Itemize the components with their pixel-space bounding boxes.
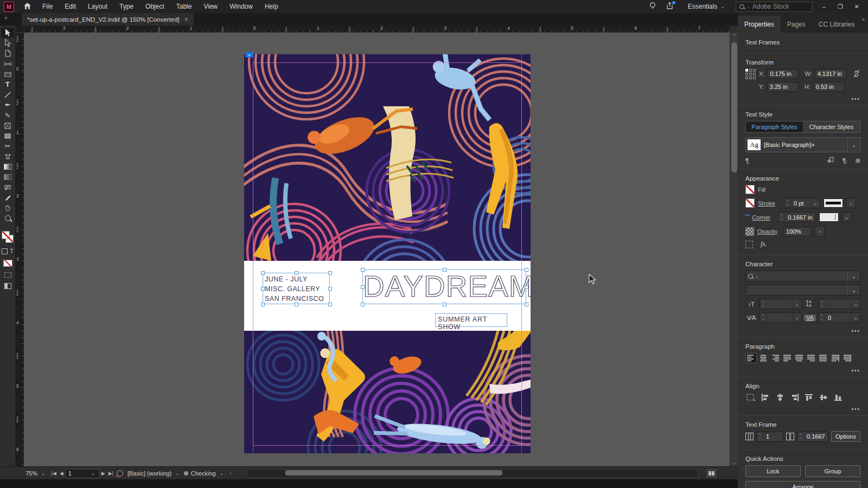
align-right-icon[interactable] — [770, 354, 781, 363]
h-input[interactable]: 0.53 in — [813, 82, 845, 92]
align-left-edges-icon[interactable] — [760, 393, 770, 402]
stroke-weight-stepper[interactable]: ⌃⌄ 0 pt ⌄ — [784, 198, 820, 208]
panel-tabs-overflow-icon[interactable]: » — [861, 16, 865, 22]
arrange-button[interactable]: Arrange — [745, 481, 860, 488]
last-page-button[interactable]: ▶| — [107, 471, 115, 476]
gutter-stepper[interactable]: ⌃⌄ 0.1667 — [797, 432, 828, 442]
selection-handle[interactable] — [361, 303, 365, 306]
selection-handle[interactable] — [295, 271, 298, 275]
group-button[interactable]: Group — [805, 465, 860, 477]
stroke-label[interactable]: Stroke — [758, 200, 781, 207]
preflight-profile-select[interactable]: [Basic] (working) ⌄ — [125, 470, 184, 477]
page-tool-icon[interactable] — [1, 48, 14, 59]
paragraph-style-select[interactable]: Ag [Basic Paragraph]+ ⌄ — [745, 137, 860, 152]
font-family-select[interactable]: ⌄ ⌄ — [745, 271, 860, 281]
tab-paragraph-styles[interactable]: Paragraph Styles — [746, 121, 803, 132]
menu-view[interactable]: View — [197, 1, 224, 12]
previous-page-button[interactable]: ◀ — [58, 471, 65, 476]
justify-last-right-icon[interactable] — [806, 354, 816, 363]
formatting-affects-container-icon[interactable] — [2, 248, 8, 254]
vertical-scrollbar[interactable]: ⌃ ⌄ — [730, 33, 738, 466]
vertical-ruler[interactable]: 120121122123124125126 — [15, 33, 24, 466]
corner-radius-stepper[interactable]: ⌃⌄ 0.1667 in — [778, 212, 815, 222]
document-tab[interactable]: *set-up-a-postcard_END_V2.indd @ 150% [C… — [22, 13, 194, 25]
menu-layout[interactable]: Layout — [82, 1, 113, 12]
type-tool-icon[interactable]: T — [1, 79, 14, 89]
align-away-from-spine-icon[interactable] — [842, 354, 852, 363]
text-frame-venue[interactable]: JUNE - JULY MISC. GALLERY SAN FRANCISCO — [263, 273, 330, 304]
justify-last-left-icon[interactable] — [782, 354, 793, 363]
align-left-icon[interactable] — [745, 353, 757, 363]
scroll-down-icon[interactable]: ⌄ — [730, 460, 738, 465]
tracking-stepper[interactable]: ⌃⌄ 0 ⌄ — [818, 312, 860, 323]
text-frame-title[interactable]: DAYDREAM — [362, 269, 526, 304]
align-right-edges-icon[interactable] — [789, 393, 800, 402]
eyedropper-tool-icon[interactable] — [1, 192, 14, 203]
stroke-style-swatch[interactable] — [824, 198, 843, 208]
tab-character-styles[interactable]: Character Styles — [803, 121, 860, 132]
zoom-tool-icon[interactable] — [1, 213, 14, 223]
selection-handle[interactable] — [443, 303, 446, 306]
create-style-icon[interactable]: ⊞ — [856, 157, 860, 164]
transform-more-options[interactable]: ••• — [738, 95, 868, 104]
selection-handle[interactable] — [261, 271, 265, 275]
zoom-level-select[interactable]: 75% ⌄ — [23, 470, 50, 477]
selection-handle[interactable] — [328, 287, 332, 291]
scroll-up-icon[interactable]: ⌃ — [730, 34, 738, 39]
selection-handle[interactable] — [525, 268, 528, 272]
tab-close-icon[interactable]: × — [184, 16, 188, 23]
menu-table[interactable]: Table — [170, 1, 198, 12]
horizontal-scrollbar[interactable] — [247, 469, 698, 478]
paragraph-more-options[interactable]: ••• — [738, 367, 868, 376]
lightbulb-icon[interactable] — [646, 2, 660, 11]
fill-stroke-swatches[interactable] — [2, 231, 14, 243]
cell-styles-icon[interactable] — [4, 272, 11, 278]
align-top-edges-icon[interactable] — [804, 393, 814, 402]
menu-type[interactable]: Type — [113, 1, 139, 12]
app-logo[interactable]: Id — [4, 2, 14, 12]
free-transform-tool-icon[interactable] — [1, 151, 14, 162]
selection-handle[interactable] — [261, 287, 265, 291]
gradient-swatch-tool-icon[interactable] — [1, 162, 14, 172]
selection-handle[interactable] — [328, 303, 332, 306]
text-frame-options-button[interactable]: Options — [831, 431, 860, 442]
stroke-swatch[interactable] — [745, 198, 755, 208]
hand-tool-icon[interactable] — [1, 203, 14, 213]
font-style-select[interactable]: ⌄ — [745, 285, 860, 296]
align-horizontal-centers-icon[interactable] — [775, 393, 785, 402]
formatting-affects-text-icon[interactable]: T — [10, 248, 13, 254]
opacity-options-icon[interactable]: › — [815, 226, 825, 236]
panel-tab-properties[interactable]: Properties — [738, 16, 781, 33]
share-icon[interactable] — [663, 2, 677, 11]
workspace-switcher[interactable]: Essentials ⌄ — [680, 3, 732, 10]
reference-point-grid[interactable] — [745, 69, 756, 79]
fill-none-swatch[interactable] — [2, 231, 10, 239]
fill-swatch[interactable] — [745, 185, 755, 194]
selection-handle[interactable] — [261, 303, 265, 306]
postcard-page[interactable]: ∞ JUNE - JULY MISC. GALLERY SAN FRANCISC… — [244, 54, 531, 453]
leading-stepper[interactable]: ⌃⌄⌄ — [818, 299, 860, 309]
pasteboard[interactable]: ∞ JUNE - JULY MISC. GALLERY SAN FRANCISC… — [24, 33, 730, 466]
constrain-proportions-icon[interactable] — [853, 69, 860, 80]
panel-tab-cc-libraries[interactable]: CC Libraries — [812, 16, 861, 33]
justify-last-center-icon[interactable] — [794, 354, 805, 363]
character-more-options[interactable]: ••• — [738, 327, 868, 336]
x-input[interactable]: 0.175 in — [767, 69, 799, 79]
selection-handle[interactable] — [328, 271, 332, 275]
panel-overflow-icon[interactable]: » — [4, 15, 8, 21]
menu-window[interactable]: Window — [224, 1, 259, 12]
close-button[interactable]: ✕ — [848, 0, 865, 13]
align-bottom-edges-icon[interactable] — [833, 393, 844, 402]
selection-handle[interactable] — [361, 285, 365, 289]
paragraph-mark-icon[interactable]: ¶. — [745, 157, 750, 165]
menu-help[interactable]: Help — [259, 1, 284, 12]
restore-button[interactable]: ❐ — [832, 0, 848, 13]
stock-search-input[interactable]: ⌄ Adobe Stock — [736, 2, 813, 12]
spread-view-button[interactable] — [707, 470, 716, 477]
frame-tool-icon[interactable] — [1, 120, 14, 131]
line-tool-icon[interactable] — [1, 89, 14, 100]
align-to-selection-icon[interactable] — [745, 393, 756, 402]
selection-handle[interactable] — [525, 285, 528, 289]
first-page-button[interactable]: |◀ — [50, 471, 58, 476]
ruler-origin-corner[interactable] — [15, 25, 24, 33]
